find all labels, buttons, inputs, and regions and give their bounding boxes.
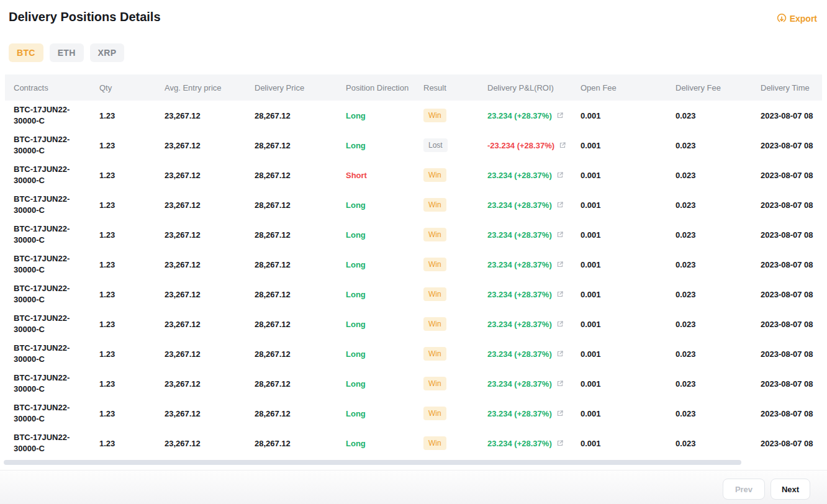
avg-entry-price-cell: 23,267.12 (165, 111, 255, 120)
position-direction-cell: Long (346, 409, 423, 418)
contract-name-line2: 30000-C (14, 115, 99, 127)
contract-name-line1: BTC-17JUN22- (14, 134, 99, 145)
external-link-icon[interactable] (556, 439, 564, 447)
pnl-value: 23.234 (+28.37%) (487, 439, 552, 448)
prev-page-button[interactable]: Prev (723, 479, 765, 500)
contract-cell: BTC-17JUN22- 30000-C (14, 283, 99, 305)
external-link-icon[interactable] (556, 231, 564, 238)
table-row: BTC-17JUN22- 30000-C 1.23 23,267.12 28,2… (5, 190, 822, 220)
contract-cell: BTC-17JUN22- 30000-C (14, 134, 99, 156)
next-page-button[interactable]: Next (771, 479, 810, 500)
contract-name-line1: BTC-17JUN22- (14, 223, 99, 235)
pnl-value: -23.234 (+28.37%) (487, 141, 554, 150)
open-fee-cell: 0.001 (581, 141, 676, 150)
contract-name-line1: BTC-17JUN22- (14, 164, 99, 175)
avg-entry-price-cell: 23,267.12 (165, 171, 255, 180)
external-link-icon[interactable] (556, 112, 564, 119)
delivery-fee-cell: 0.023 (676, 260, 761, 269)
horizontal-scrollbar-thumb[interactable] (4, 460, 741, 465)
export-label: Export (790, 14, 817, 24)
tab-xrp[interactable]: XRP (90, 43, 125, 62)
delivery-fee-cell: 0.023 (676, 230, 761, 240)
contract-cell: BTC-17JUN22- 30000-C (14, 253, 99, 276)
result-cell: Lost (423, 138, 487, 152)
external-link-icon[interactable] (556, 410, 564, 417)
avg-entry-price-cell: 23,267.12 (165, 230, 255, 240)
delivery-price-cell: 28,267.12 (255, 320, 346, 329)
qty-cell: 1.23 (99, 200, 165, 210)
col-header-delivery-fee: Delivery Fee (676, 83, 761, 92)
position-direction-cell: Long (346, 200, 423, 210)
result-badge: Win (423, 198, 446, 212)
pnl-value: 23.234 (+28.37%) (487, 171, 552, 180)
table-row: BTC-17JUN22- 30000-C 1.23 23,267.12 28,2… (5, 160, 822, 190)
result-cell: Win (423, 198, 487, 212)
delivery-fee-cell: 0.023 (676, 141, 761, 150)
contract-cell: BTC-17JUN22- 30000-C (14, 372, 99, 395)
delivery-time-cell: 2023-08-07 08 (761, 290, 822, 299)
pnl-value: 23.234 (+28.37%) (487, 349, 552, 359)
avg-entry-price-cell: 23,267.12 (165, 379, 255, 389)
avg-entry-price-cell: 23,267.12 (165, 349, 255, 359)
result-cell: Win (423, 407, 487, 420)
result-badge: Win (423, 287, 446, 301)
position-direction-cell: Long (346, 111, 423, 120)
tab-btc[interactable]: BTC (9, 43, 43, 62)
delivery-price-cell: 28,267.12 (255, 439, 346, 448)
table-row: BTC-17JUN22- 30000-C 1.23 23,267.12 28,2… (5, 101, 822, 130)
external-link-icon[interactable] (556, 350, 564, 358)
delivery-pnl-cell: -23.234 (+28.37%) (487, 141, 581, 150)
external-link-icon[interactable] (556, 171, 564, 179)
delivery-pnl-cell: 23.234 (+28.37%) (487, 111, 581, 120)
download-circle-icon (777, 14, 787, 24)
position-direction-cell: Long (346, 141, 423, 150)
result-badge: Win (423, 436, 446, 450)
delivery-pnl-cell: 23.234 (+28.37%) (487, 439, 581, 448)
col-header-qty: Qty (99, 83, 165, 92)
export-button[interactable]: Export (777, 14, 817, 24)
contract-name-line2: 30000-C (14, 145, 99, 156)
contract-cell: BTC-17JUN22- 30000-C (14, 432, 99, 454)
avg-entry-price-cell: 23,267.12 (165, 290, 255, 299)
delivery-pnl-cell: 23.234 (+28.37%) (487, 230, 581, 240)
position-direction-cell: Long (346, 439, 423, 448)
table-row: BTC-17JUN22- 30000-C 1.23 23,267.12 28,2… (5, 279, 822, 309)
qty-cell: 1.23 (99, 141, 165, 150)
contract-name-line1: BTC-17JUN22- (14, 402, 99, 413)
contract-cell: BTC-17JUN22- 30000-C (14, 104, 99, 127)
external-link-icon[interactable] (556, 201, 564, 209)
contract-name-line2: 30000-C (14, 354, 99, 365)
position-direction-cell: Long (346, 349, 423, 359)
delivery-price-cell: 28,267.12 (255, 200, 346, 210)
delivery-time-cell: 2023-08-07 08 (761, 171, 822, 180)
delivery-pnl-cell: 23.234 (+28.37%) (487, 290, 581, 299)
external-link-icon[interactable] (559, 142, 566, 149)
position-direction-cell: Long (346, 230, 423, 240)
pnl-value: 23.234 (+28.37%) (487, 409, 552, 418)
open-fee-cell: 0.001 (581, 111, 676, 120)
contract-name-line2: 30000-C (14, 294, 99, 305)
contract-cell: BTC-17JUN22- 30000-C (14, 223, 99, 246)
pnl-value: 23.234 (+28.37%) (487, 111, 552, 120)
delivery-price-cell: 28,267.12 (255, 230, 346, 240)
delivery-fee-cell: 0.023 (676, 290, 761, 299)
avg-entry-price-cell: 23,267.12 (165, 439, 255, 448)
delivery-price-cell: 28,267.12 (255, 141, 346, 150)
external-link-icon[interactable] (556, 320, 564, 328)
position-direction-cell: Long (346, 379, 423, 389)
delivery-pnl-cell: 23.234 (+28.37%) (487, 409, 581, 418)
external-link-icon[interactable] (556, 290, 564, 298)
result-cell: Win (423, 258, 487, 271)
external-link-icon[interactable] (556, 380, 564, 387)
tab-eth[interactable]: ETH (50, 43, 84, 62)
result-cell: Win (423, 287, 487, 301)
external-link-icon[interactable] (556, 261, 564, 268)
delivery-time-cell: 2023-08-07 08 (761, 141, 822, 150)
qty-cell: 1.23 (99, 230, 165, 240)
contract-cell: BTC-17JUN22- 30000-C (14, 194, 99, 216)
coin-tabs: BTC ETH XRP (9, 43, 124, 62)
pnl-value: 23.234 (+28.37%) (487, 320, 552, 329)
table-header-row: Contracts Qty Avg. Entry price Delivery … (5, 74, 822, 101)
table-row: BTC-17JUN22- 30000-C 1.23 23,267.12 28,2… (5, 428, 822, 458)
qty-cell: 1.23 (99, 171, 165, 180)
